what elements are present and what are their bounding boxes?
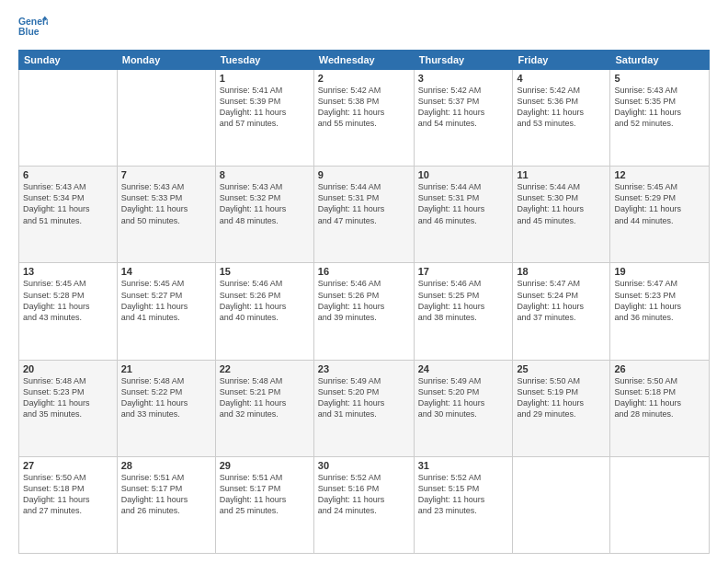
calendar-cell: 15Sunrise: 5:46 AMSunset: 5:26 PMDayligh…	[215, 263, 313, 360]
day-number: 16	[318, 266, 410, 277]
day-info: Sunrise: 5:42 AMSunset: 5:36 PMDaylight:…	[517, 85, 606, 130]
day-number: 7	[121, 169, 211, 180]
svg-text:Blue: Blue	[18, 27, 40, 37]
weekday-header-monday: Monday	[117, 51, 215, 70]
calendar-cell: 20Sunrise: 5:48 AMSunset: 5:23 PMDayligh…	[19, 360, 118, 456]
calendar-cell	[19, 70, 118, 167]
day-number: 19	[614, 266, 705, 277]
day-info: Sunrise: 5:42 AMSunset: 5:37 PMDaylight:…	[418, 85, 509, 130]
weekday-header-saturday: Saturday	[610, 51, 710, 70]
day-number: 3	[418, 73, 509, 84]
calendar-cell: 28Sunrise: 5:51 AMSunset: 5:17 PMDayligh…	[117, 456, 215, 553]
calendar-cell: 8Sunrise: 5:43 AMSunset: 5:32 PMDaylight…	[215, 167, 313, 263]
calendar-cell	[513, 456, 610, 553]
calendar-cell: 22Sunrise: 5:48 AMSunset: 5:21 PMDayligh…	[215, 360, 313, 456]
day-info: Sunrise: 5:46 AMSunset: 5:26 PMDaylight:…	[318, 278, 410, 323]
day-number: 6	[23, 169, 113, 180]
calendar-cell: 11Sunrise: 5:44 AMSunset: 5:30 PMDayligh…	[513, 167, 610, 263]
day-info: Sunrise: 5:48 AMSunset: 5:23 PMDaylight:…	[23, 375, 113, 420]
day-number: 5	[614, 73, 705, 84]
day-number: 4	[517, 73, 606, 84]
day-info: Sunrise: 5:46 AMSunset: 5:25 PMDaylight:…	[418, 278, 509, 323]
calendar-cell: 10Sunrise: 5:44 AMSunset: 5:31 PMDayligh…	[414, 167, 513, 263]
calendar-cell: 12Sunrise: 5:45 AMSunset: 5:29 PMDayligh…	[610, 167, 710, 263]
day-info: Sunrise: 5:45 AMSunset: 5:27 PMDaylight:…	[121, 278, 211, 323]
calendar-cell: 27Sunrise: 5:50 AMSunset: 5:18 PMDayligh…	[19, 456, 118, 553]
day-number: 28	[121, 460, 211, 471]
weekday-header-thursday: Thursday	[414, 51, 513, 70]
day-number: 22	[220, 363, 310, 374]
day-info: Sunrise: 5:44 AMSunset: 5:31 PMDaylight:…	[418, 181, 509, 226]
calendar-table: SundayMondayTuesdayWednesdayThursdayFrid…	[18, 50, 710, 554]
day-number: 20	[23, 363, 113, 374]
day-number: 13	[23, 266, 113, 277]
day-number: 8	[220, 169, 310, 180]
day-number: 14	[121, 266, 211, 277]
calendar-cell: 31Sunrise: 5:52 AMSunset: 5:15 PMDayligh…	[414, 456, 513, 553]
calendar-cell	[610, 456, 710, 553]
day-number: 10	[418, 169, 509, 180]
calendar-cell: 19Sunrise: 5:47 AMSunset: 5:23 PMDayligh…	[610, 263, 710, 360]
calendar-cell: 1Sunrise: 5:41 AMSunset: 5:39 PMDaylight…	[215, 70, 313, 167]
calendar-cell: 5Sunrise: 5:43 AMSunset: 5:35 PMDaylight…	[610, 70, 710, 167]
day-info: Sunrise: 5:43 AMSunset: 5:33 PMDaylight:…	[121, 181, 211, 226]
day-info: Sunrise: 5:49 AMSunset: 5:20 PMDaylight:…	[418, 375, 509, 420]
day-info: Sunrise: 5:44 AMSunset: 5:30 PMDaylight:…	[517, 181, 606, 226]
day-info: Sunrise: 5:45 AMSunset: 5:28 PMDaylight:…	[23, 278, 113, 323]
day-info: Sunrise: 5:51 AMSunset: 5:17 PMDaylight:…	[121, 472, 211, 517]
day-info: Sunrise: 5:43 AMSunset: 5:32 PMDaylight:…	[220, 181, 310, 226]
calendar-cell: 13Sunrise: 5:45 AMSunset: 5:28 PMDayligh…	[19, 263, 118, 360]
calendar-cell: 4Sunrise: 5:42 AMSunset: 5:36 PMDaylight…	[513, 70, 610, 167]
day-number: 27	[23, 460, 113, 471]
calendar-week-row: 13Sunrise: 5:45 AMSunset: 5:28 PMDayligh…	[19, 263, 710, 360]
calendar-cell: 9Sunrise: 5:44 AMSunset: 5:31 PMDaylight…	[313, 167, 414, 263]
calendar-cell: 30Sunrise: 5:52 AMSunset: 5:16 PMDayligh…	[313, 456, 414, 553]
calendar-cell: 24Sunrise: 5:49 AMSunset: 5:20 PMDayligh…	[414, 360, 513, 456]
calendar-cell: 17Sunrise: 5:46 AMSunset: 5:25 PMDayligh…	[414, 263, 513, 360]
page: General Blue SundayMondayTuesdayWednesda…	[0, 0, 728, 563]
day-number: 11	[517, 169, 606, 180]
day-number: 15	[220, 266, 310, 277]
day-info: Sunrise: 5:41 AMSunset: 5:39 PMDaylight:…	[220, 85, 310, 130]
day-info: Sunrise: 5:49 AMSunset: 5:20 PMDaylight:…	[318, 375, 410, 420]
calendar-cell: 25Sunrise: 5:50 AMSunset: 5:19 PMDayligh…	[513, 360, 610, 456]
logo: General Blue	[18, 15, 48, 40]
day-number: 23	[318, 363, 410, 374]
calendar-cell: 23Sunrise: 5:49 AMSunset: 5:20 PMDayligh…	[313, 360, 414, 456]
day-number: 29	[220, 460, 310, 471]
day-number: 25	[517, 363, 606, 374]
calendar-cell: 26Sunrise: 5:50 AMSunset: 5:18 PMDayligh…	[610, 360, 710, 456]
day-info: Sunrise: 5:51 AMSunset: 5:17 PMDaylight:…	[220, 472, 310, 517]
day-number: 24	[418, 363, 509, 374]
calendar-cell: 21Sunrise: 5:48 AMSunset: 5:22 PMDayligh…	[117, 360, 215, 456]
day-info: Sunrise: 5:50 AMSunset: 5:18 PMDaylight:…	[23, 472, 113, 517]
day-info: Sunrise: 5:44 AMSunset: 5:31 PMDaylight:…	[318, 181, 410, 226]
header: General Blue	[18, 15, 710, 40]
day-number: 2	[318, 73, 410, 84]
calendar-week-row: 1Sunrise: 5:41 AMSunset: 5:39 PMDaylight…	[19, 70, 710, 167]
day-info: Sunrise: 5:47 AMSunset: 5:24 PMDaylight:…	[517, 278, 606, 323]
day-info: Sunrise: 5:46 AMSunset: 5:26 PMDaylight:…	[220, 278, 310, 323]
day-info: Sunrise: 5:50 AMSunset: 5:19 PMDaylight:…	[517, 375, 606, 420]
day-info: Sunrise: 5:48 AMSunset: 5:22 PMDaylight:…	[121, 375, 211, 420]
day-info: Sunrise: 5:52 AMSunset: 5:16 PMDaylight:…	[318, 472, 410, 517]
weekday-header-sunday: Sunday	[19, 51, 118, 70]
calendar-cell: 6Sunrise: 5:43 AMSunset: 5:34 PMDaylight…	[19, 167, 118, 263]
weekday-header-row: SundayMondayTuesdayWednesdayThursdayFrid…	[19, 51, 710, 70]
calendar-cell: 3Sunrise: 5:42 AMSunset: 5:37 PMDaylight…	[414, 70, 513, 167]
calendar-cell: 2Sunrise: 5:42 AMSunset: 5:38 PMDaylight…	[313, 70, 414, 167]
calendar-cell: 29Sunrise: 5:51 AMSunset: 5:17 PMDayligh…	[215, 456, 313, 553]
day-number: 12	[614, 169, 705, 180]
calendar-cell: 18Sunrise: 5:47 AMSunset: 5:24 PMDayligh…	[513, 263, 610, 360]
calendar-week-row: 27Sunrise: 5:50 AMSunset: 5:18 PMDayligh…	[19, 456, 710, 553]
day-info: Sunrise: 5:43 AMSunset: 5:34 PMDaylight:…	[23, 181, 113, 226]
calendar-week-row: 6Sunrise: 5:43 AMSunset: 5:34 PMDaylight…	[19, 167, 710, 263]
day-info: Sunrise: 5:43 AMSunset: 5:35 PMDaylight:…	[614, 85, 705, 130]
day-info: Sunrise: 5:47 AMSunset: 5:23 PMDaylight:…	[614, 278, 705, 323]
day-info: Sunrise: 5:45 AMSunset: 5:29 PMDaylight:…	[614, 181, 705, 226]
day-number: 17	[418, 266, 509, 277]
day-info: Sunrise: 5:52 AMSunset: 5:15 PMDaylight:…	[418, 472, 509, 517]
day-number: 18	[517, 266, 606, 277]
calendar-week-row: 20Sunrise: 5:48 AMSunset: 5:23 PMDayligh…	[19, 360, 710, 456]
day-info: Sunrise: 5:42 AMSunset: 5:38 PMDaylight:…	[318, 85, 410, 130]
